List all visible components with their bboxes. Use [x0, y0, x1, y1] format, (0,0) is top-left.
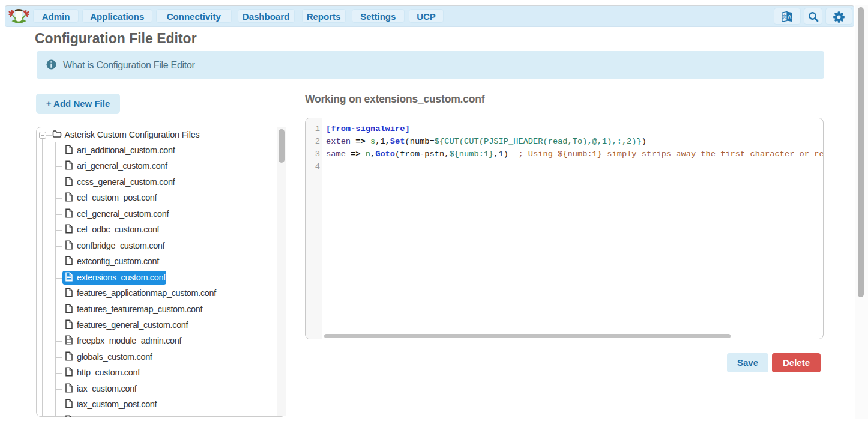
svg-text:A: A [788, 14, 792, 20]
svg-text:文: 文 [782, 14, 787, 19]
